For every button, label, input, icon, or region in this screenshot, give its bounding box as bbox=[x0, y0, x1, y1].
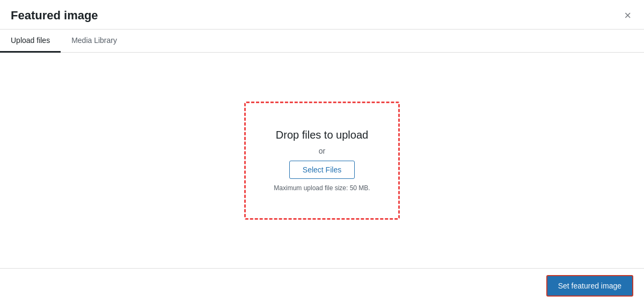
drop-zone[interactable]: Drop files to upload or Select Files Max… bbox=[244, 102, 400, 220]
tab-upload-files[interactable]: Upload files bbox=[0, 30, 61, 53]
modal-body: Drop files to upload or Select Files Max… bbox=[0, 53, 644, 268]
tab-bar: Upload files Media Library bbox=[0, 30, 644, 53]
or-text: or bbox=[319, 147, 325, 155]
max-size-text: Maximum upload file size: 50 MB. bbox=[274, 184, 370, 192]
select-files-button[interactable]: Select Files bbox=[289, 161, 355, 179]
close-button[interactable]: × bbox=[622, 10, 633, 21]
modal-title: Featured image bbox=[11, 9, 98, 23]
drop-files-text: Drop files to upload bbox=[276, 129, 368, 141]
set-featured-image-button[interactable]: Set featured image bbox=[546, 275, 633, 297]
modal-footer: Set featured image bbox=[0, 268, 644, 303]
tab-media-library[interactable]: Media Library bbox=[61, 30, 128, 53]
modal-header: Featured image × bbox=[0, 0, 644, 30]
modal: Featured image × Upload files Media Libr… bbox=[0, 0, 644, 303]
